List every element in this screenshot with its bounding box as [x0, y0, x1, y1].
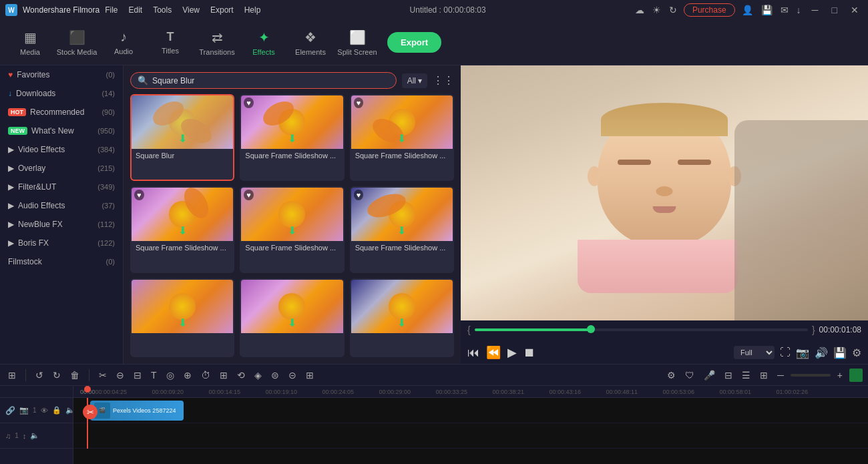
cloud-icon[interactable]: ☁ — [635, 5, 644, 15]
mic-icon[interactable]: 🎤 — [701, 369, 718, 382]
stop-button[interactable]: ⏹ — [523, 346, 535, 360]
elements-label: Elements — [295, 48, 326, 56]
menu-edit[interactable]: Edit — [129, 5, 143, 15]
toolbar-effects[interactable]: ✦ Effects — [240, 23, 287, 63]
save-frame-icon[interactable]: 💾 — [833, 346, 847, 359]
sidebar-item-recommended[interactable]: HOT Recommended (90) — [0, 103, 123, 122]
video-clip[interactable]: 🎬 Pexels Videos 2587224 — [90, 401, 184, 421]
effect-card-9[interactable]: ⬇ — [350, 278, 454, 357]
rotate-icon[interactable]: ⊕ — [181, 369, 194, 382]
copy-icon[interactable]: ⊖ — [114, 369, 127, 382]
fullscreen-icon[interactable]: ⛶ — [780, 346, 791, 359]
text-icon[interactable]: T — [148, 369, 160, 382]
user-icon[interactable]: 👤 — [742, 5, 753, 15]
zoom-slider[interactable] — [791, 374, 831, 377]
timer-icon[interactable]: ⏱ — [198, 369, 213, 382]
menu-tools[interactable]: Tools — [153, 5, 172, 15]
speed-icon[interactable]: ⊝ — [286, 369, 299, 382]
crop-icon[interactable]: ⊟ — [131, 369, 144, 382]
overlay-icon[interactable]: ⊞ — [757, 369, 771, 382]
sidebar-item-video-effects[interactable]: ▶ Video Effects (384) — [0, 140, 123, 159]
menu-help[interactable]: Help — [244, 5, 261, 15]
favorites-count: (0) — [106, 71, 115, 79]
lock-icon[interactable]: 🔒 — [52, 406, 61, 415]
sun-icon[interactable]: ☀ — [652, 5, 661, 15]
eye-icon[interactable]: 👁 — [41, 407, 48, 415]
zoom-select[interactable]: 25% 50% 75% Full 150% 200% — [734, 346, 775, 359]
zoom-in-icon[interactable]: + — [835, 369, 845, 382]
sidebar-item-whats-new[interactable]: NEW What's New (950) — [0, 122, 123, 140]
search-input-wrap[interactable]: 🔍 — [130, 72, 397, 89]
timeline-tracks[interactable]: 00:00 00:00:04:25 00:00:09:20 00:00:14:1… — [73, 386, 868, 464]
sidebar-item-filmstock[interactable]: Filmstock (0) — [0, 252, 123, 271]
progress-handle[interactable] — [587, 325, 595, 333]
close-button[interactable]: ✕ — [847, 3, 863, 17]
maximize-button[interactable]: □ — [828, 3, 841, 17]
mask-icon[interactable]: ◎ — [164, 369, 177, 382]
toolbar-transitions[interactable]: ⇄ Transitions — [194, 23, 240, 63]
undo-button[interactable]: ↺ — [33, 369, 46, 382]
menu-file[interactable]: File — [105, 5, 118, 15]
effect-card-5[interactable]: ♥ ⬇ Square Frame Slideshow ... — [240, 186, 344, 273]
purchase-button[interactable]: Purchase — [684, 3, 735, 17]
menu-export[interactable]: Export — [210, 5, 234, 15]
shield-icon[interactable]: 🛡 — [682, 369, 697, 382]
mail-icon[interactable]: ✉ — [781, 5, 789, 15]
filter-dropdown[interactable]: All ▾ — [402, 73, 427, 88]
toolbar-titles[interactable]: T Titles — [147, 23, 194, 63]
delete-button[interactable]: 🗑 — [67, 369, 82, 382]
merge-icon[interactable]: ⊟ — [722, 369, 735, 382]
settings-icon[interactable]: ⚙ — [852, 346, 861, 359]
effect-card-1[interactable]: ⬇ Square Blur — [130, 94, 234, 181]
vol-icon-2[interactable]: 🔈 — [30, 431, 39, 440]
bracket-right-icon[interactable]: } — [812, 324, 815, 335]
skip-back-button[interactable]: ⏮ — [467, 346, 479, 360]
cut-marker[interactable]: ✂ — [83, 405, 97, 419]
toolbar-media[interactable]: ▦ Media — [7, 23, 53, 63]
volume-icon[interactable]: 🔊 — [815, 346, 828, 359]
settings-icon[interactable]: ⚙ — [664, 369, 678, 382]
menu-view[interactable]: View — [182, 5, 200, 15]
sidebar-item-overlay[interactable]: ▶ Overlay (215) — [0, 159, 123, 178]
transform-icon[interactable]: ⊞ — [217, 369, 230, 382]
toolbar-audio[interactable]: ♪ Audio — [100, 23, 147, 63]
toolbar-stock-media[interactable]: ⬛ Stock Media — [53, 23, 100, 63]
ai-icon[interactable]: ☰ — [739, 369, 753, 382]
bracket-left-icon[interactable]: { — [467, 324, 471, 335]
search-input[interactable] — [152, 76, 389, 85]
effect-card-7[interactable]: ⬇ — [130, 278, 234, 357]
effect-card-6[interactable]: ♥ ⬇ Square Frame Slideshow ... — [350, 186, 454, 273]
effect-card-3[interactable]: ♥ ⬇ Square Frame Slideshow ... — [350, 94, 454, 181]
effect-card-4[interactable]: ♥ ⬇ Square Frame Slideshow ... — [130, 186, 234, 273]
cut-icon[interactable]: ✂ — [96, 369, 110, 382]
grid-toggle-icon[interactable]: ⋮⋮ — [433, 74, 454, 87]
sidebar-item-newblue-fx[interactable]: ▶ NewBlue FX (112) — [0, 215, 123, 234]
play-button[interactable]: ▶ — [507, 345, 517, 360]
minimize-button[interactable]: ─ — [808, 3, 823, 17]
fullscreen-toggle[interactable] — [849, 369, 863, 382]
redo-button[interactable]: ↻ — [50, 369, 63, 382]
toolbar-split-screen[interactable]: ⬜ Split Screen — [334, 23, 381, 63]
color-icon[interactable]: ◈ — [252, 369, 264, 382]
sidebar-item-filter-lut[interactable]: ▶ Filter&LUT (349) — [0, 178, 123, 196]
replace-icon[interactable]: ⟲ — [234, 369, 248, 382]
sidebar-item-audio-effects[interactable]: ▶ Audio Effects (37) — [0, 196, 123, 215]
snapshot-icon[interactable]: 📷 — [796, 346, 809, 359]
step-back-button[interactable]: ⏪ — [486, 345, 501, 360]
sidebar-item-favorites[interactable]: ♥ Favorites (0) — [0, 65, 123, 84]
timeline-ruler: 00:00 00:00:04:25 00:00:09:20 00:00:14:1… — [73, 386, 868, 398]
sidebar-item-downloads[interactable]: ↓ Downloads (14) — [0, 84, 123, 103]
effect-card-8[interactable]: ⬇ — [240, 278, 344, 357]
refresh-icon[interactable]: ↻ — [669, 5, 677, 15]
save-icon[interactable]: 💾 — [761, 5, 773, 15]
audio-icon[interactable]: ⊜ — [268, 369, 282, 382]
download-icon[interactable]: ↓ — [797, 5, 801, 15]
grid-view-icon[interactable]: ⊞ — [5, 369, 19, 382]
zoom-out-icon[interactable]: ─ — [775, 369, 787, 382]
join-icon[interactable]: ⊞ — [303, 369, 316, 382]
export-button[interactable]: Export — [387, 32, 441, 53]
toolbar-elements[interactable]: ❖ Elements — [287, 23, 334, 63]
sidebar-item-boris-fx[interactable]: ▶ Boris FX (122) — [0, 234, 123, 252]
effect-card-2[interactable]: ♥ ⬇ Square Frame Slideshow ... — [240, 94, 344, 181]
progress-bar[interactable] — [475, 328, 808, 331]
